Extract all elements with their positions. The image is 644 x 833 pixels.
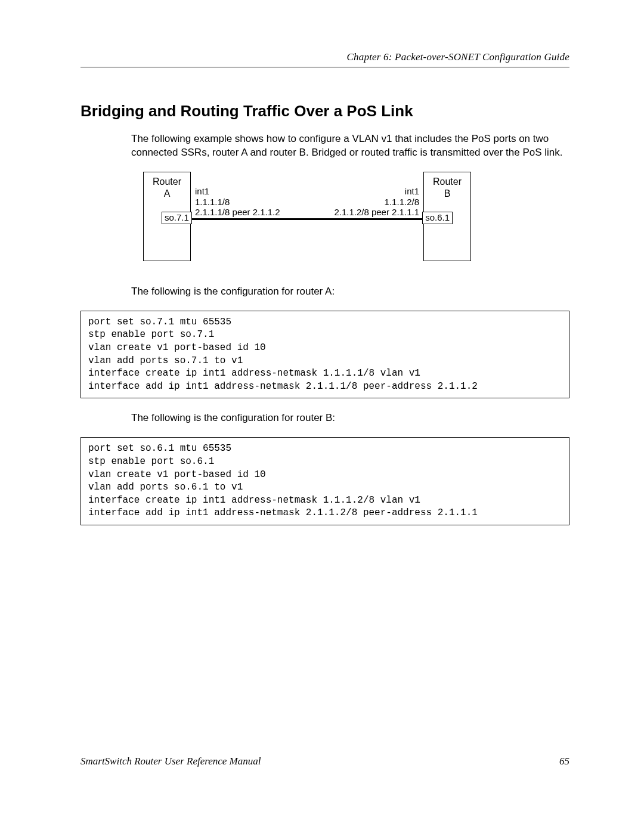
- running-head: Chapter 6: Packet-over-SONET Configurati…: [80, 51, 569, 63]
- page: Chapter 6: Packet-over-SONET Configurati…: [0, 0, 644, 833]
- page-footer: SmartSwitch Router User Reference Manual…: [80, 755, 569, 767]
- right-peer-label: 2.1.1.2/8 peer 2.1.1.1: [334, 207, 419, 218]
- left-addr: 1.1.1.1/8: [195, 197, 230, 208]
- router-b-id: B: [424, 188, 470, 200]
- header-rule: [80, 67, 569, 67]
- router-a-port-label: so.7.1: [162, 212, 192, 224]
- right-interface-labels: int1 1.1.1.2/8: [385, 186, 419, 208]
- pos-link-diagram: Router A so.7.1 Router B so.6.1 int1 1.1…: [140, 172, 474, 267]
- left-interface-labels: int1 1.1.1.1/8: [195, 186, 230, 208]
- config-b-caption: The following is the configuration for r…: [131, 411, 569, 425]
- footer-manual-title: SmartSwitch Router User Reference Manual: [80, 755, 261, 767]
- config-a-caption: The following is the configuration for r…: [131, 285, 569, 299]
- footer-page-number: 65: [559, 755, 569, 767]
- router-b-port-label: so.6.1: [422, 212, 453, 224]
- left-peer-label: 2.1.1.1/8 peer 2.1.1.2: [195, 207, 280, 218]
- router-b-name: Router: [424, 176, 470, 188]
- right-int: int1: [385, 186, 419, 197]
- right-addr: 1.1.1.2/8: [385, 197, 419, 208]
- intro-paragraph: The following example shows how to confi…: [131, 132, 569, 160]
- section-title: Bridging and Routing Traffic Over a PoS …: [80, 102, 569, 120]
- router-a-name: Router: [144, 176, 190, 188]
- router-a-id: A: [144, 188, 190, 200]
- pos-link-line: [191, 218, 423, 220]
- router-b-config-code: port set so.6.1 mtu 65535 stp enable por…: [80, 437, 569, 525]
- router-a-config-code: port set so.7.1 mtu 65535 stp enable por…: [80, 311, 569, 399]
- left-int: int1: [195, 186, 230, 197]
